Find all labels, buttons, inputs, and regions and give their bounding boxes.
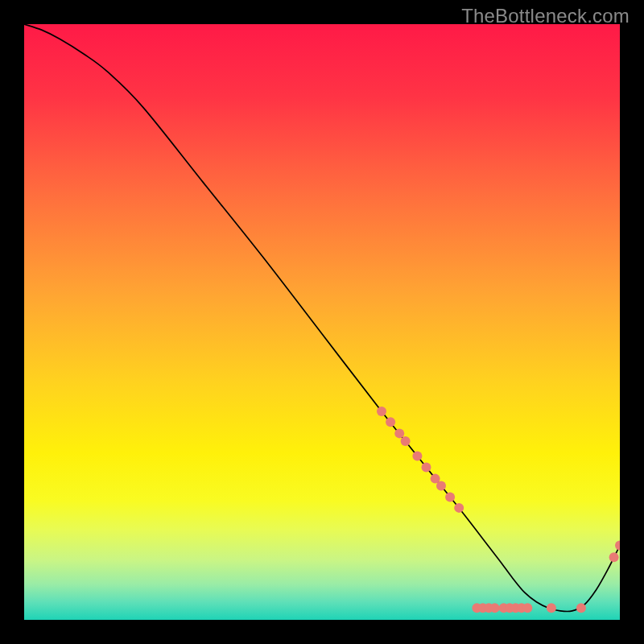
data-marker [422, 463, 431, 473]
data-marker [386, 417, 395, 427]
data-marker [490, 603, 500, 613]
data-marker [394, 428, 404, 438]
plot-area [24, 24, 620, 620]
data-marker [547, 603, 556, 613]
data-marker [576, 603, 586, 613]
data-marker [412, 452, 422, 461]
data-marker [401, 436, 411, 446]
data-marker [522, 603, 532, 613]
data-marker [454, 503, 464, 513]
data-marker [377, 407, 386, 416]
chart-container: TheBottleneck.com [0, 0, 644, 644]
data-marker [609, 552, 619, 562]
chart-svg [24, 24, 620, 620]
data-marker [436, 481, 446, 491]
gradient-background [24, 24, 620, 620]
data-marker [445, 493, 455, 502]
